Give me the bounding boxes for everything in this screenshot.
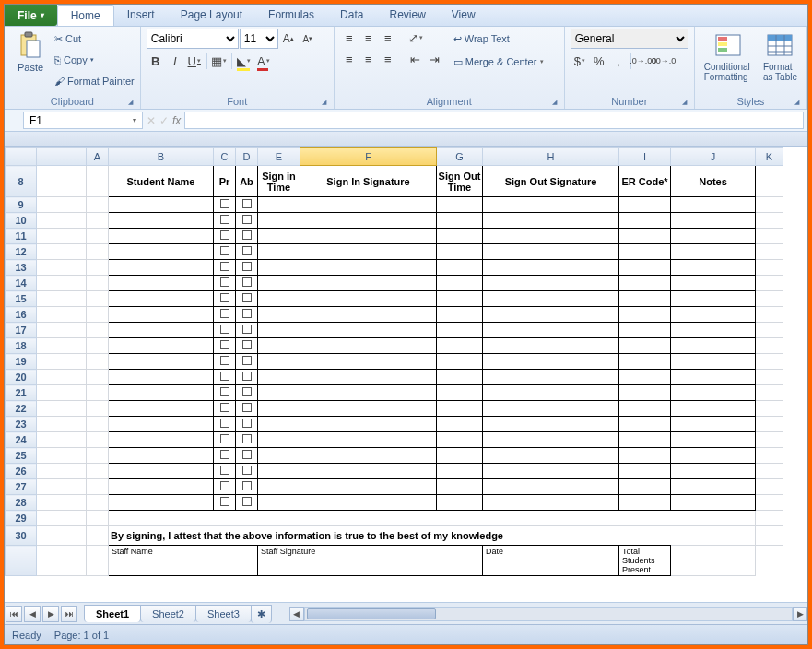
hscroll-thumb[interactable] — [307, 608, 436, 620]
checkbox-icon[interactable] — [242, 277, 252, 287]
cell-sign-in-time[interactable] — [258, 244, 300, 260]
row-header[interactable]: 20 — [6, 370, 37, 385]
checkbox-icon[interactable] — [220, 387, 229, 396]
new-sheet-button[interactable]: ✱ — [251, 605, 272, 623]
cell-er-code[interactable] — [619, 432, 671, 448]
row-header[interactable]: 16 — [6, 307, 37, 323]
cell-sign-out-time[interactable] — [437, 370, 483, 385]
tab-home[interactable]: Home — [57, 5, 114, 26]
cell-pr[interactable] — [214, 291, 236, 307]
cell-sign-in-sig[interactable] — [300, 260, 437, 276]
cell-sign-out-sig[interactable] — [483, 338, 619, 354]
staff-name-field[interactable]: Staff Name — [109, 546, 258, 576]
cell-student[interactable] — [109, 464, 214, 479]
enter-formula-icon[interactable]: ✓ — [159, 114, 169, 127]
cell-ab[interactable] — [236, 338, 258, 354]
select-all-corner[interactable] — [6, 148, 37, 166]
col-J[interactable]: J — [671, 148, 756, 166]
cell-sign-in-time[interactable] — [258, 401, 300, 417]
cell-pr[interactable] — [214, 495, 236, 511]
cell-sign-out-time[interactable] — [437, 213, 483, 229]
cell-notes[interactable] — [671, 229, 756, 244]
checkbox-icon[interactable] — [242, 434, 252, 443]
cell-ab[interactable] — [236, 448, 258, 464]
checkbox-icon[interactable] — [220, 403, 229, 412]
checkbox-icon[interactable] — [242, 403, 252, 412]
fill-color-button[interactable]: ◣ — [235, 52, 253, 70]
cell-sign-in-time[interactable] — [258, 291, 300, 307]
cell-pr[interactable] — [214, 323, 236, 338]
row-header[interactable]: 22 — [6, 401, 37, 417]
tab-data[interactable]: Data — [327, 5, 376, 26]
cell-sign-in-sig[interactable] — [300, 229, 437, 244]
align-middle-button[interactable]: ≡ — [359, 29, 378, 47]
cell-sign-in-sig[interactable] — [300, 291, 437, 307]
row-header[interactable]: 13 — [6, 260, 37, 276]
paste-button[interactable]: Paste — [10, 29, 51, 75]
cell-sign-out-sig[interactable] — [483, 229, 619, 244]
cell-notes[interactable] — [671, 197, 756, 213]
cell-pr[interactable] — [214, 385, 236, 401]
checkbox-icon[interactable] — [220, 340, 229, 349]
col-I[interactable]: I — [619, 148, 671, 166]
cell-sign-out-sig[interactable] — [483, 495, 619, 511]
cell-student[interactable] — [109, 370, 214, 385]
sheet-nav-first[interactable]: ⏮ — [6, 606, 22, 622]
cell-sign-in-time[interactable] — [258, 495, 300, 511]
cell-sign-out-time[interactable] — [437, 338, 483, 354]
cell-pr[interactable] — [214, 276, 236, 291]
cut-button[interactable]: ✂Cut — [54, 29, 135, 49]
row-header[interactable]: 11 — [6, 229, 37, 244]
cell-notes[interactable] — [671, 479, 756, 495]
checkbox-icon[interactable] — [220, 309, 229, 318]
cell-sign-in-time[interactable] — [258, 276, 300, 291]
cell-notes[interactable] — [671, 495, 756, 511]
checkbox-icon[interactable] — [242, 419, 252, 428]
grow-font-button[interactable]: A▴ — [279, 30, 298, 48]
cell-sign-in-time[interactable] — [258, 197, 300, 213]
cell-student[interactable] — [109, 432, 214, 448]
percent-button[interactable]: % — [590, 52, 608, 70]
cell-pr[interactable] — [214, 417, 236, 432]
tab-review[interactable]: Review — [376, 5, 438, 26]
name-box[interactable]: F1 — [23, 112, 143, 129]
row-header[interactable]: 19 — [6, 354, 37, 370]
col-K[interactable]: K — [756, 148, 783, 166]
checkbox-icon[interactable] — [220, 324, 229, 334]
italic-button[interactable]: I — [166, 52, 184, 70]
cell-sign-out-sig[interactable] — [483, 260, 619, 276]
cell-student[interactable] — [109, 307, 214, 323]
cell-sign-in-time[interactable] — [258, 338, 300, 354]
sheet-nav-next[interactable]: ▶ — [42, 606, 59, 622]
cell-er-code[interactable] — [619, 385, 671, 401]
wrap-text-button[interactable]: ↩Wrap Text — [453, 29, 545, 49]
file-tab[interactable]: File — [5, 5, 57, 26]
checkbox-icon[interactable] — [242, 199, 252, 208]
align-right-button[interactable]: ≡ — [379, 50, 397, 68]
align-top-button[interactable]: ≡ — [340, 29, 359, 47]
cell-notes[interactable] — [671, 370, 756, 385]
cell-ab[interactable] — [236, 417, 258, 432]
cell-notes[interactable] — [671, 448, 756, 464]
row-header[interactable]: 29 — [6, 511, 37, 526]
checkbox-icon[interactable] — [242, 230, 252, 240]
tab-page-layout[interactable]: Page Layout — [168, 5, 255, 26]
cell-ab[interactable] — [236, 464, 258, 479]
col-E[interactable]: E — [258, 148, 300, 166]
cell-sign-out-sig[interactable] — [483, 432, 619, 448]
cell-student[interactable] — [109, 448, 214, 464]
cell-sign-in-time[interactable] — [258, 354, 300, 370]
checkbox-icon[interactable] — [220, 434, 229, 443]
row-header[interactable]: 30 — [6, 526, 37, 546]
cell-sign-in-sig[interactable] — [300, 479, 437, 495]
staff-signature-field[interactable]: Staff Signature — [258, 546, 483, 576]
checkbox-icon[interactable] — [242, 387, 252, 396]
cell-student[interactable] — [109, 229, 214, 244]
cell-notes[interactable] — [671, 260, 756, 276]
cell-sign-in-sig[interactable] — [300, 244, 437, 260]
cell-sign-in-sig[interactable] — [300, 385, 437, 401]
checkbox-icon[interactable] — [242, 246, 252, 255]
font-name-select[interactable]: Calibri — [147, 29, 239, 49]
cell-sign-out-time[interactable] — [437, 495, 483, 511]
col-C[interactable]: C — [214, 148, 236, 166]
